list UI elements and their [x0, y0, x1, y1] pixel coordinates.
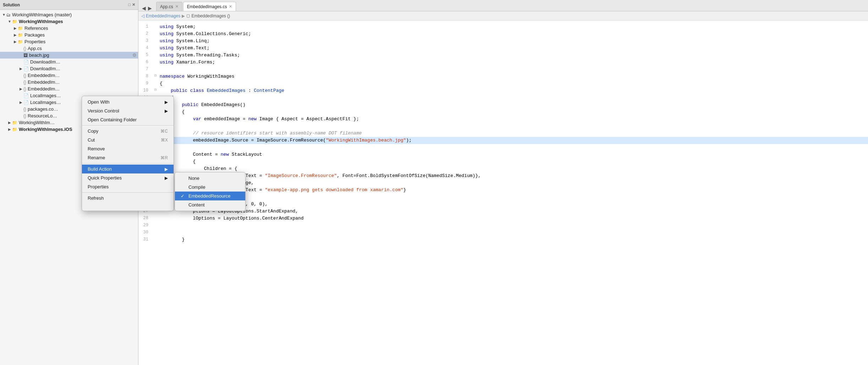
breadcrumb-method[interactable]: EmbeddedImages () [191, 13, 230, 18]
code-line-10: 10 ⊟ public class EmbeddedImages : Conte… [138, 87, 868, 94]
tree-arrow: ▶ [7, 127, 12, 131]
tab-label: EmbeddedImages.cs [187, 4, 227, 9]
tree-item-references[interactable]: ▶ 📁 References [0, 25, 138, 32]
file-icon: {} [23, 46, 26, 51]
code-line-16: 16 // resource identifiers start with as… [138, 130, 868, 137]
build-action-submenu-wrapper: None Compile ✓ EmbeddedResource Content [174, 172, 246, 211]
tree-item-beach-jpg[interactable]: ▶ 🖼 beach.jpg ⚙ [0, 52, 138, 59]
menu-label: Build Action [88, 166, 112, 172]
code-line-28: 28 lOptions = LayoutOptions.CenterAndExp… [138, 215, 868, 222]
menu-item-quick-properties[interactable]: Quick Properties ▶ [82, 173, 174, 182]
tab-close-icon[interactable]: ✕ [175, 5, 178, 9]
tab-app-cs[interactable]: App.cs ✕ [156, 2, 182, 11]
menu-label: Open With [88, 99, 109, 105]
code-line-9: 9 { [138, 80, 868, 87]
tree-item-project[interactable]: ▼ 📁 WorkingWithImages [0, 18, 138, 25]
tree-item-embeddedim1[interactable]: ▶ {} EmbeddedIm… [0, 72, 138, 79]
folder-icon: 📁 [18, 26, 23, 31]
code-line-30: 30 [138, 229, 868, 236]
nav-back-arrow[interactable]: ◀ [141, 5, 147, 11]
tree-item-downloadim2[interactable]: ▶ 📄 DownloadIm… [0, 65, 138, 72]
tree-label: packages.co… [28, 106, 58, 112]
code-line-4: 4 using System.Text; [138, 45, 868, 52]
tab-close-icon[interactable]: ✕ [229, 5, 232, 9]
solution-title: Solution [3, 2, 20, 7]
menu-divider [82, 125, 174, 126]
file-icon: 📄 [23, 60, 29, 65]
tree-label: LocalImages… [30, 93, 61, 98]
submenu-item-embedded-resource[interactable]: ✓ EmbeddedResource [175, 192, 245, 200]
tree-item-embeddedim3[interactable]: ▶ {} EmbeddedIm… [0, 85, 138, 92]
code-line-24: 24 new label {Text = "example-app.png ge… [138, 187, 868, 194]
tree-arrow: ▶ [18, 67, 23, 71]
menu-label: Cut [88, 137, 95, 143]
tree-arrow: ▶ [13, 40, 18, 44]
tree-label: WorkingWithImages (master) [12, 12, 72, 17]
breadcrumb-bar: ◁ EmbeddedImages ▶ ▢ EmbeddedImages () [138, 11, 868, 21]
tree-label: Properties [24, 39, 45, 44]
tree-item-packages[interactable]: ▶ 📁 Packages [0, 32, 138, 38]
menu-item-cut[interactable]: Cut ⌘X [82, 136, 174, 144]
menu-item-open-folder[interactable]: Open Containing Folder [82, 115, 174, 124]
file-icon: 📄 [23, 66, 29, 71]
project-icon: 🗂 [6, 12, 11, 17]
tree-item-root[interactable]: ▼ 🗂 WorkingWithImages (master) [0, 11, 138, 18]
menu-item-version-control[interactable]: Version Control ▶ [82, 106, 174, 115]
code-editor[interactable]: 1 using System; 2 using System.Collectio… [138, 21, 868, 365]
minimize-icon[interactable]: □ [128, 2, 131, 7]
file-icon: {} [23, 73, 26, 78]
tab-embedded-cs[interactable]: EmbeddedImages.cs ✕ [183, 2, 236, 11]
breadcrumb-icon: ◁ [141, 13, 144, 18]
submenu-arrow-icon: ▶ [165, 167, 168, 172]
menu-item-refresh[interactable]: Refresh [82, 194, 174, 203]
gear-icon[interactable]: ⚙ [132, 52, 137, 58]
breadcrumb-icon2: ▢ [186, 13, 190, 18]
menu-item-open-with[interactable]: Open With ▶ [82, 98, 174, 106]
breadcrumb-class[interactable]: EmbeddedImages [146, 13, 180, 18]
tree-label: App.cs [28, 46, 42, 51]
code-line-19: 19 Content = new StackLayout [138, 151, 868, 158]
shortcut-label: ⌘X [161, 138, 168, 143]
shortcut-label: ⌘R [160, 155, 168, 160]
code-line-26: 26 new Thickness(0, 20, 0, 0), [138, 201, 868, 208]
shortcut-label: ⌘C [160, 129, 168, 134]
tree-item-properties[interactable]: ▶ 📁 Properties [0, 38, 138, 45]
tree-item-app-cs[interactable]: ▶ {} App.cs [0, 45, 138, 52]
menu-item-copy[interactable]: Copy ⌘C [82, 127, 174, 136]
submenu-label: None [188, 176, 199, 181]
submenu-item-compile[interactable]: Compile [175, 183, 245, 192]
code-line-13: 13 { [138, 109, 868, 116]
nav-forward-arrow[interactable]: ▶ [147, 5, 153, 11]
tree-label: EmbeddedIm… [28, 73, 60, 78]
menu-item-remove[interactable]: Remove [82, 144, 174, 153]
code-line-15: 15 [138, 123, 868, 130]
tree-arrow: ▶ [7, 121, 12, 125]
menu-item-build-action[interactable]: Build Action ▶ [82, 165, 174, 173]
close-icon[interactable]: ✕ [132, 2, 135, 7]
breadcrumb-separator: ▶ [182, 13, 185, 18]
tree-label: Packages [24, 32, 45, 38]
menu-item-rename[interactable]: Rename ⌘R [82, 153, 174, 162]
tab-label: App.cs [160, 4, 173, 9]
tree-label: ResourceLo… [28, 113, 57, 118]
tree-item-downloadim1[interactable]: ▶ 📄 DownloadIm… [0, 59, 138, 65]
tree-label: WorkingWithIm… [19, 120, 55, 125]
submenu-arrow-icon: ▶ [165, 176, 168, 181]
file-icon: 📄 [23, 100, 29, 105]
code-line-31: 31 } [138, 236, 868, 243]
menu-label: Version Control [88, 108, 119, 114]
submenu-item-content[interactable]: Content [175, 200, 245, 209]
folder-icon: 📁 [12, 19, 17, 24]
submenu-label: Compile [188, 184, 205, 190]
nav-arrows: ◀ ▶ [140, 4, 154, 11]
menu-label: Quick Properties [88, 175, 122, 181]
check-icon: ✓ [181, 193, 186, 199]
folder-icon: 📁 [12, 127, 17, 132]
folder-icon: 📁 [12, 120, 17, 125]
tree-item-embeddedim2[interactable]: ▶ {} EmbeddedIm… [0, 79, 138, 85]
submenu-item-none[interactable]: None [175, 174, 245, 183]
code-line-17: 17 embeddedImage.Source = ImageSource.Fr… [138, 137, 868, 144]
menu-item-properties[interactable]: Properties [82, 182, 174, 191]
submenu-label: Content [188, 202, 205, 208]
solution-header: Solution □ ✕ [0, 0, 138, 10]
